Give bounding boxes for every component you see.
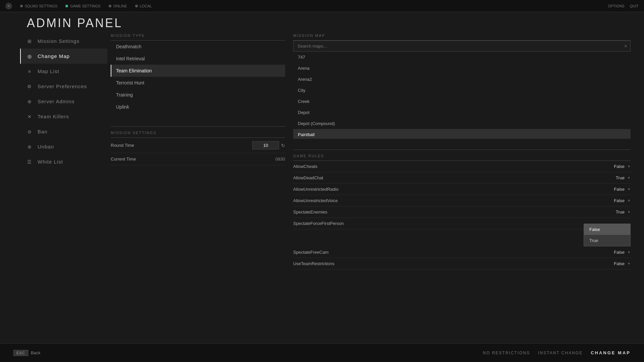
back-button[interactable]: ESC Back xyxy=(13,350,41,356)
sidebar-label: Map List xyxy=(38,68,59,74)
spectate-enemies-label: SpectateEnemies xyxy=(293,209,597,215)
top-bar: × SQUAD SETTINGS GAME SETTINGS ONLINE LO… xyxy=(0,0,644,12)
use-team-restrictions-label: UseTeamRestrictions xyxy=(293,261,597,266)
round-time-input[interactable] xyxy=(252,141,279,149)
mission-item-terrorist[interactable]: Terrorist Hunt xyxy=(111,77,285,89)
page-title: ADMIN PANEL xyxy=(27,16,122,30)
top-bar-item-online[interactable]: ONLINE xyxy=(109,4,127,8)
change-map-button[interactable]: CHANGE MAP xyxy=(591,350,631,355)
sidebar-label: Ban xyxy=(38,129,48,134)
refresh-button[interactable]: ↻ xyxy=(281,143,285,148)
top-bar-item-game[interactable]: GAME SETTINGS xyxy=(65,4,100,8)
dropdown-icon: ▼ xyxy=(627,262,631,265)
ban-icon: ⊘ xyxy=(26,129,33,134)
map-item-747[interactable]: 747 xyxy=(293,52,631,63)
mission-settings-section: MISSION SETTINGS Round Time ↻ Current Ti… xyxy=(111,126,285,165)
server-admins-icon: ⊛ xyxy=(26,99,33,104)
allow-dead-chat-value[interactable]: True ▼ xyxy=(597,175,631,180)
sidebar-item-change-map[interactable]: ◎ Change Map xyxy=(20,49,107,64)
top-bar-item-squad[interactable]: SQUAD SETTINGS xyxy=(20,4,57,8)
mission-settings-icon: ⊞ xyxy=(26,39,33,44)
map-item-paintball[interactable]: Paintball xyxy=(293,129,631,139)
mission-item-team-elim[interactable]: Team Elimination xyxy=(111,65,285,77)
white-list-icon: ☰ xyxy=(26,159,33,165)
sidebar-item-ban[interactable]: ⊘ Ban xyxy=(20,124,107,139)
dropdown-icon: ▼ xyxy=(627,187,631,191)
dropdown-option-false[interactable]: False xyxy=(584,224,630,235)
sidebar-item-map-list[interactable]: ≡ Map List xyxy=(20,64,107,79)
current-time-value: 0830 xyxy=(258,157,285,162)
spectate-free-cam-row: SpectateFreeCam False ▼ xyxy=(293,247,631,258)
spectate-force-first-label: SpectateForceFirstPerson xyxy=(293,221,631,226)
no-restrictions-button[interactable]: NO RESTRICTIONS xyxy=(483,351,530,355)
dot-icon xyxy=(135,5,138,7)
back-label: Back xyxy=(31,350,41,355)
spectate-force-first-row: SpectateForceFirstPerson False True xyxy=(293,218,631,229)
allow-unrestricted-radio-display: False xyxy=(614,187,625,192)
right-panel: MISSION MAP × 747 Arena Arena2 City Cree… xyxy=(293,34,631,342)
close-button[interactable]: × xyxy=(5,3,12,9)
search-clear-button[interactable]: × xyxy=(624,43,627,49)
sidebar-label: Server Preferences xyxy=(38,83,87,89)
unban-icon: ⊛ xyxy=(26,144,33,149)
dropdown-icon: ▼ xyxy=(627,250,631,254)
map-item-creek[interactable]: Creek xyxy=(293,96,631,107)
main-content: MISSION TYPE Deathmatch Intel Retrieval … xyxy=(111,34,631,342)
allow-unrestricted-voice-display: False xyxy=(614,198,625,203)
round-time-row: Round Time ↻ xyxy=(111,138,285,153)
sidebar-item-team-killers[interactable]: ✕ Team Killers xyxy=(20,109,107,124)
current-time-display: 0830 xyxy=(258,157,285,162)
map-item-city[interactable]: City xyxy=(293,85,631,96)
map-item-arena2[interactable]: Arena2 xyxy=(293,74,631,85)
game-rules-header: GAME RULES xyxy=(293,154,631,161)
spectate-enemies-display: True xyxy=(616,209,625,215)
mission-type-section: MISSION TYPE Deathmatch Intel Retrieval … xyxy=(111,34,285,113)
allow-cheats-row: AllowCheats False ▼ xyxy=(293,161,631,172)
dot-icon xyxy=(20,5,23,7)
dropdown-icon: ▼ xyxy=(627,210,631,214)
top-bar-label: LOCAL xyxy=(140,4,152,8)
sidebar-item-unban[interactable]: ⊛ Unban xyxy=(20,139,107,154)
allow-dead-chat-label: AllowDeadChat xyxy=(293,175,597,180)
allow-unrestricted-radio-row: AllowUnrestrictedRadio False ▼ xyxy=(293,184,631,195)
allow-unrestricted-radio-value[interactable]: False ▼ xyxy=(597,187,631,192)
quit-button[interactable]: QUIT xyxy=(630,4,639,8)
mission-type-list: Deathmatch Intel Retrieval Team Eliminat… xyxy=(111,41,285,113)
map-item-depot-compound[interactable]: Depot (Compound) xyxy=(293,118,631,129)
map-section: MISSION MAP × 747 Arena Arena2 City Cree… xyxy=(293,34,631,139)
spectate-enemies-value[interactable]: True ▼ xyxy=(597,209,631,215)
mission-item-intel[interactable]: Intel Retrieval xyxy=(111,53,285,65)
options-button[interactable]: OPTIONS xyxy=(608,4,625,8)
map-item-arena[interactable]: Arena xyxy=(293,63,631,74)
spectate-free-cam-value[interactable]: False ▼ xyxy=(597,250,631,255)
esc-key-label: ESC xyxy=(13,350,28,356)
use-team-restrictions-value[interactable]: False ▼ xyxy=(597,261,631,266)
top-bar-item-local[interactable]: LOCAL xyxy=(135,4,152,8)
mission-item-deathmatch[interactable]: Deathmatch xyxy=(111,41,285,53)
map-search-input[interactable] xyxy=(293,41,631,52)
round-time-value: ↻ xyxy=(252,141,285,149)
dropdown-icon: ▼ xyxy=(627,176,631,180)
sidebar-label: Server Admins xyxy=(38,99,75,104)
mission-item-training[interactable]: Training xyxy=(111,89,285,101)
allow-unrestricted-radio-label: AllowUnrestrictedRadio xyxy=(293,187,597,192)
allow-cheats-value[interactable]: False ▼ xyxy=(597,164,631,169)
sidebar-item-white-list[interactable]: ☰ White List xyxy=(20,154,107,169)
map-list-icon: ≡ xyxy=(26,69,33,74)
map-list: 747 Arena Arena2 City Creek Depot Depot … xyxy=(293,52,631,139)
sidebar-item-server-admins[interactable]: ⊛ Server Admins xyxy=(20,94,107,109)
map-item-depot[interactable]: Depot xyxy=(293,107,631,118)
round-time-label: Round Time xyxy=(111,143,252,148)
allow-unrestricted-voice-value[interactable]: False ▼ xyxy=(597,198,631,203)
sidebar-item-mission-settings[interactable]: ⊞ Mission Settings xyxy=(20,34,107,49)
spectate-free-cam-display: False xyxy=(614,250,625,255)
mission-settings-header: MISSION SETTINGS xyxy=(111,131,285,138)
sidebar-item-server-preferences[interactable]: ⚙ Server Preferences xyxy=(20,79,107,94)
allow-unrestricted-voice-label: AllowUnrestrictedVoice xyxy=(293,198,597,203)
quit-label: QUIT xyxy=(630,4,639,8)
instant-change-button[interactable]: INSTANT CHANGE xyxy=(538,351,583,355)
dropdown-option-true[interactable]: True xyxy=(584,235,630,246)
mission-item-uplink[interactable]: Uplink xyxy=(111,101,285,113)
game-rules-section: GAME RULES AllowCheats False ▼ AllowDead… xyxy=(293,149,631,342)
current-time-label: Current Time xyxy=(111,157,258,162)
